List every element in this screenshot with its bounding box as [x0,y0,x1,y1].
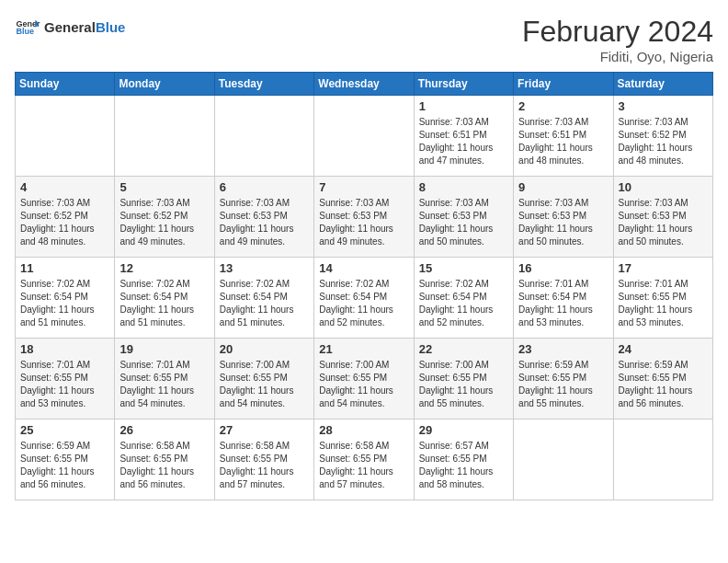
calendar-cell: 18Sunrise: 7:01 AM Sunset: 6:55 PM Dayli… [16,339,115,419]
title-block: February 2024 Fiditi, Oyo, Nigeria [522,15,713,64]
header-friday: Friday [514,73,613,96]
calendar-cell: 26Sunrise: 6:58 AM Sunset: 6:55 PM Dayli… [115,419,214,500]
month-year-title: February 2024 [522,15,713,49]
svg-text:Blue: Blue [16,27,34,36]
calendar-cell [115,96,214,177]
day-info: Sunrise: 6:57 AM Sunset: 6:55 PM Dayligh… [419,440,508,491]
calendar-cell: 12Sunrise: 7:02 AM Sunset: 6:54 PM Dayli… [115,258,214,339]
calendar-table: SundayMondayTuesdayWednesdayThursdayFrid… [15,72,713,500]
day-info: Sunrise: 7:02 AM Sunset: 6:54 PM Dayligh… [419,278,508,329]
day-number: 2 [518,99,608,113]
day-info: Sunrise: 7:01 AM Sunset: 6:55 PM Dayligh… [619,278,708,329]
logo-general: General [44,19,96,35]
day-info: Sunrise: 7:02 AM Sunset: 6:54 PM Dayligh… [319,278,408,329]
day-info: Sunrise: 7:02 AM Sunset: 6:54 PM Dayligh… [220,278,309,329]
calendar-cell: 28Sunrise: 6:58 AM Sunset: 6:55 PM Dayli… [314,419,414,500]
day-info: Sunrise: 6:59 AM Sunset: 6:55 PM Dayligh… [518,359,608,410]
calendar-cell: 25Sunrise: 6:59 AM Sunset: 6:55 PM Dayli… [16,419,115,500]
day-number: 18 [20,342,109,356]
calendar-cell: 11Sunrise: 7:02 AM Sunset: 6:54 PM Dayli… [16,258,115,339]
day-number: 1 [419,99,508,113]
calendar-cell: 23Sunrise: 6:59 AM Sunset: 6:55 PM Dayli… [514,339,613,419]
calendar-cell: 9Sunrise: 7:03 AM Sunset: 6:53 PM Daylig… [514,177,613,258]
calendar-cell [16,96,115,177]
calendar-cell: 13Sunrise: 7:02 AM Sunset: 6:54 PM Dayli… [214,258,313,339]
day-info: Sunrise: 7:03 AM Sunset: 6:51 PM Dayligh… [518,116,608,167]
day-number: 15 [419,261,508,275]
calendar-cell: 14Sunrise: 7:02 AM Sunset: 6:54 PM Dayli… [314,258,414,339]
day-info: Sunrise: 7:03 AM Sunset: 6:53 PM Dayligh… [319,197,408,248]
day-number: 7 [319,180,408,194]
day-info: Sunrise: 7:03 AM Sunset: 6:52 PM Dayligh… [619,116,708,167]
calendar-cell: 17Sunrise: 7:01 AM Sunset: 6:55 PM Dayli… [613,258,712,339]
day-number: 26 [119,423,209,437]
page-header: General Blue GeneralBlue February 2024 F… [15,15,713,64]
day-info: Sunrise: 7:01 AM Sunset: 6:54 PM Dayligh… [518,278,608,329]
calendar-cell: 1Sunrise: 7:03 AM Sunset: 6:51 PM Daylig… [414,96,513,177]
day-info: Sunrise: 7:03 AM Sunset: 6:52 PM Dayligh… [20,197,109,248]
logo-icon: General Blue [15,15,40,40]
header-tuesday: Tuesday [214,73,313,96]
calendar-cell: 21Sunrise: 7:00 AM Sunset: 6:55 PM Dayli… [314,339,414,419]
day-number: 10 [619,180,708,194]
calendar-cell: 4Sunrise: 7:03 AM Sunset: 6:52 PM Daylig… [16,177,115,258]
day-info: Sunrise: 7:03 AM Sunset: 6:53 PM Dayligh… [518,197,608,248]
day-info: Sunrise: 7:03 AM Sunset: 6:52 PM Dayligh… [119,197,209,248]
calendar-cell [613,419,712,500]
calendar-cell [214,96,313,177]
calendar-cell: 27Sunrise: 6:58 AM Sunset: 6:55 PM Dayli… [214,419,313,500]
logo-blue: Blue [96,19,126,35]
header-monday: Monday [115,73,214,96]
day-info: Sunrise: 7:03 AM Sunset: 6:51 PM Dayligh… [419,116,508,167]
day-info: Sunrise: 7:03 AM Sunset: 6:53 PM Dayligh… [619,197,708,248]
calendar-cell: 5Sunrise: 7:03 AM Sunset: 6:52 PM Daylig… [115,177,214,258]
day-info: Sunrise: 6:59 AM Sunset: 6:55 PM Dayligh… [619,359,708,410]
day-info: Sunrise: 7:01 AM Sunset: 6:55 PM Dayligh… [20,359,109,410]
week-row-2: 4Sunrise: 7:03 AM Sunset: 6:52 PM Daylig… [16,177,713,258]
day-number: 8 [419,180,508,194]
day-info: Sunrise: 7:03 AM Sunset: 6:53 PM Dayligh… [220,197,309,248]
calendar-cell: 2Sunrise: 7:03 AM Sunset: 6:51 PM Daylig… [514,96,613,177]
logo: General Blue GeneralBlue [15,15,125,40]
calendar-header-row: SundayMondayTuesdayWednesdayThursdayFrid… [16,73,713,96]
calendar-cell: 8Sunrise: 7:03 AM Sunset: 6:53 PM Daylig… [414,177,513,258]
calendar-cell: 6Sunrise: 7:03 AM Sunset: 6:53 PM Daylig… [214,177,313,258]
calendar-cell: 19Sunrise: 7:01 AM Sunset: 6:55 PM Dayli… [115,339,214,419]
header-saturday: Saturday [613,73,712,96]
week-row-4: 18Sunrise: 7:01 AM Sunset: 6:55 PM Dayli… [16,339,713,419]
day-number: 22 [419,342,508,356]
day-number: 11 [20,261,109,275]
day-number: 16 [518,261,608,275]
week-row-5: 25Sunrise: 6:59 AM Sunset: 6:55 PM Dayli… [16,419,713,500]
calendar-cell: 22Sunrise: 7:00 AM Sunset: 6:55 PM Dayli… [414,339,513,419]
day-number: 19 [119,342,209,356]
header-thursday: Thursday [414,73,513,96]
day-number: 14 [319,261,408,275]
day-number: 21 [319,342,408,356]
day-number: 13 [220,261,309,275]
day-info: Sunrise: 6:58 AM Sunset: 6:55 PM Dayligh… [220,440,309,491]
header-wednesday: Wednesday [314,73,414,96]
day-number: 5 [119,180,209,194]
day-info: Sunrise: 6:59 AM Sunset: 6:55 PM Dayligh… [20,440,109,491]
day-info: Sunrise: 7:02 AM Sunset: 6:54 PM Dayligh… [119,278,209,329]
day-number: 3 [619,99,708,113]
day-number: 28 [319,423,408,437]
day-number: 9 [518,180,608,194]
day-number: 29 [419,423,508,437]
day-number: 24 [619,342,708,356]
calendar-cell: 15Sunrise: 7:02 AM Sunset: 6:54 PM Dayli… [414,258,513,339]
day-number: 20 [220,342,309,356]
day-info: Sunrise: 6:58 AM Sunset: 6:55 PM Dayligh… [319,440,408,491]
calendar-cell: 7Sunrise: 7:03 AM Sunset: 6:53 PM Daylig… [314,177,414,258]
week-row-3: 11Sunrise: 7:02 AM Sunset: 6:54 PM Dayli… [16,258,713,339]
day-number: 25 [20,423,109,437]
day-info: Sunrise: 7:00 AM Sunset: 6:55 PM Dayligh… [220,359,309,410]
day-number: 27 [220,423,309,437]
location-subtitle: Fiditi, Oyo, Nigeria [522,49,713,64]
day-number: 12 [119,261,209,275]
day-info: Sunrise: 6:58 AM Sunset: 6:55 PM Dayligh… [119,440,209,491]
day-number: 6 [220,180,309,194]
calendar-cell: 24Sunrise: 6:59 AM Sunset: 6:55 PM Dayli… [613,339,712,419]
calendar-cell [514,419,613,500]
